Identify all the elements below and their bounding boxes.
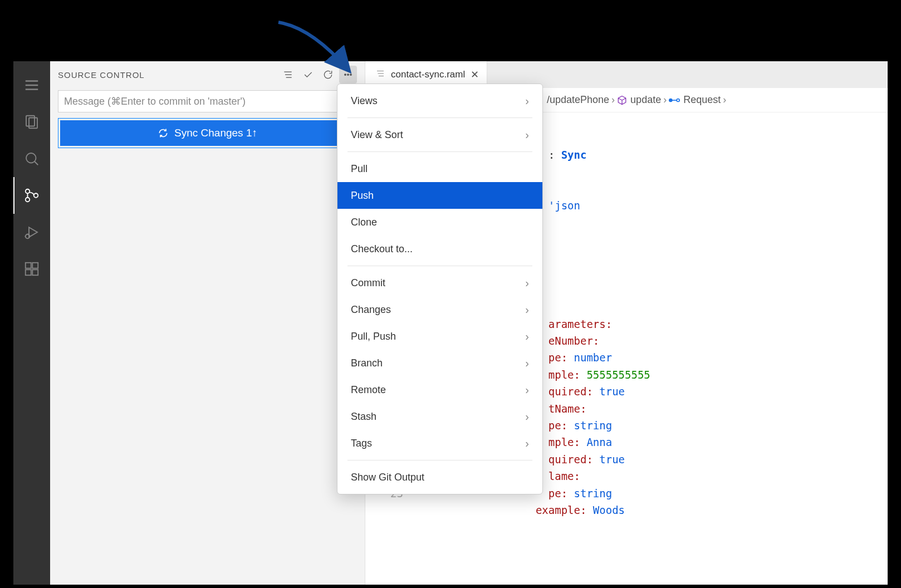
svg-point-5 xyxy=(34,193,38,198)
explorer-tab[interactable] xyxy=(13,104,50,140)
svg-point-3 xyxy=(26,189,30,194)
source-control-tab[interactable] xyxy=(13,177,50,214)
svg-point-15 xyxy=(677,99,679,101)
menu-toggle[interactable] xyxy=(13,67,50,104)
menu-view-sort[interactable]: View & Sort› xyxy=(337,121,542,148)
view-tree-icon[interactable] xyxy=(279,66,297,84)
menu-separator xyxy=(347,266,532,266)
menu-pull[interactable]: Pull xyxy=(337,155,542,182)
menu-push[interactable]: Push xyxy=(337,182,542,209)
menu-separator xyxy=(347,460,532,460)
menu-clone[interactable]: Clone xyxy=(337,209,542,236)
breadcrumb-item[interactable]: /updatePhone xyxy=(533,94,609,106)
menu-separator xyxy=(347,151,532,152)
search-tab[interactable] xyxy=(13,140,50,177)
menu-tags[interactable]: Tags› xyxy=(337,430,542,457)
chevron-right-icon: › xyxy=(525,410,529,423)
svg-point-12 xyxy=(347,74,349,76)
chevron-right-icon: › xyxy=(525,357,529,370)
svg-rect-7 xyxy=(26,263,31,268)
activity-bar xyxy=(13,61,50,585)
sync-changes-button[interactable]: Sync Changes 1↑ xyxy=(60,120,355,146)
menu-branch[interactable]: Branch› xyxy=(337,350,542,376)
sidebar-title: SOURCE CONTROL xyxy=(58,70,279,80)
source-control-context-menu: Views› View & Sort› Pull Push Clone Chec… xyxy=(337,84,543,494)
extensions-tab[interactable] xyxy=(13,251,50,287)
breadcrumb-item[interactable]: update xyxy=(617,94,661,106)
commit-message-input[interactable] xyxy=(64,96,351,107)
svg-point-2 xyxy=(26,153,36,163)
sync-button-label: Sync Changes 1↑ xyxy=(174,127,257,139)
chevron-right-icon: › xyxy=(525,330,529,343)
chevron-right-icon: › xyxy=(525,303,529,316)
chevron-right-icon: › xyxy=(525,129,529,141)
sync-button-wrap: Sync Changes 1↑ xyxy=(58,118,357,148)
sidebar-header: SOURCE CONTROL xyxy=(50,61,365,88)
menu-checkout[interactable]: Checkout to... xyxy=(337,236,542,262)
run-debug-tab[interactable] xyxy=(13,214,50,251)
svg-point-11 xyxy=(345,74,346,76)
menu-separator xyxy=(347,117,532,118)
chevron-right-icon: › xyxy=(723,94,726,106)
menu-pull-push[interactable]: Pull, Push› xyxy=(337,323,542,350)
menu-commit[interactable]: Commit› xyxy=(337,270,542,296)
svg-point-13 xyxy=(350,74,352,76)
menu-remote[interactable]: Remote› xyxy=(337,376,542,403)
svg-rect-9 xyxy=(32,270,38,275)
svg-rect-8 xyxy=(26,270,31,275)
tab-filename: contact-sync.raml xyxy=(391,69,465,80)
refresh-icon[interactable] xyxy=(319,66,337,84)
file-icon xyxy=(375,68,385,81)
close-icon[interactable]: ✕ xyxy=(471,70,479,80)
source-control-sidebar: SOURCE CONTROL Sync xyxy=(50,61,365,585)
svg-rect-10 xyxy=(32,263,38,268)
chevron-right-icon: › xyxy=(611,94,615,106)
commit-message-box[interactable] xyxy=(58,90,357,112)
chevron-right-icon: › xyxy=(663,94,667,106)
menu-views[interactable]: Views› xyxy=(337,87,542,114)
commit-check-icon[interactable] xyxy=(299,66,317,84)
breadcrumb-item[interactable]: Request xyxy=(669,94,721,106)
chevron-right-icon: › xyxy=(525,437,529,450)
svg-point-4 xyxy=(26,198,30,202)
svg-point-14 xyxy=(669,99,672,101)
menu-stash[interactable]: Stash› xyxy=(337,403,542,430)
chevron-right-icon: › xyxy=(525,95,529,107)
chevron-right-icon: › xyxy=(525,277,529,290)
menu-show-git-output[interactable]: Show Git Output xyxy=(337,464,542,491)
chevron-right-icon: › xyxy=(525,384,529,396)
more-actions-icon[interactable] xyxy=(339,66,357,84)
menu-changes[interactable]: Changes› xyxy=(337,296,542,323)
code-line: example: Woods xyxy=(421,504,625,516)
